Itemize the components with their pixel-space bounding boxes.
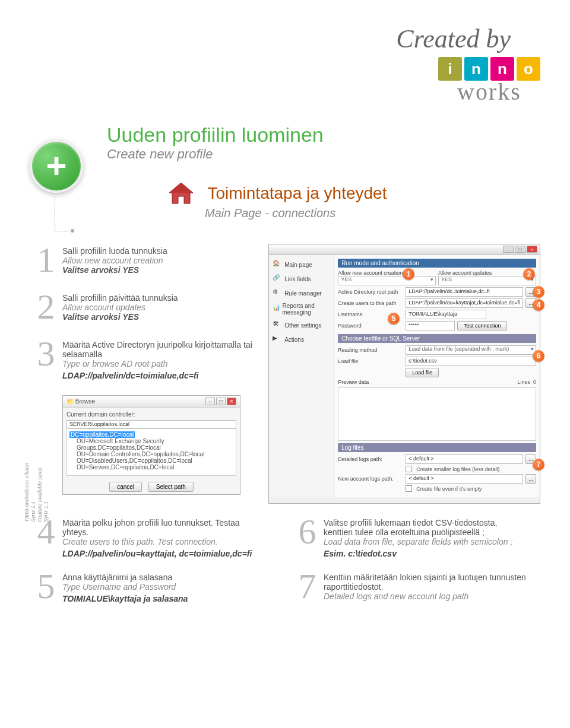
page-title: Uuden profiilin luominen	[107, 123, 540, 147]
load-file-button[interactable]: Load file	[406, 368, 439, 377]
nav-actions[interactable]: ▶Actions	[271, 332, 331, 346]
nav-rule-manager[interactable]: ⚙Rule manager	[271, 286, 331, 300]
step-1-fin: Salli profiilin luoda tunnuksia	[62, 246, 256, 256]
step-6-code: Esim. c:\tiedot.csv	[324, 549, 528, 558]
step-number: 2	[30, 291, 62, 323]
logo-tile-n2: n	[490, 57, 514, 81]
browse-tree[interactable]: DC=oppilaitos,DC=local OU=Microsoft Exch…	[66, 428, 236, 476]
nav-reports[interactable]: 📊Reports and messaging	[271, 300, 331, 318]
section-run-mode: Run mode and authentication	[338, 259, 536, 268]
step-5-eng: Type Username and Password	[62, 582, 267, 592]
step-3-eng: Type or browse AD root path	[62, 359, 256, 368]
browse-title: 📁 Browse	[66, 398, 95, 405]
close-icon[interactable]: ×	[527, 246, 537, 253]
created-by-label: Created by	[30, 24, 511, 54]
allow-creation-dropdown[interactable]: YES	[338, 276, 436, 285]
browse-label: Current domain controller:	[66, 411, 236, 418]
step-5-code: TOIMIALUE\kayttaja ja salasana	[62, 594, 267, 603]
select-path-button[interactable]: Select path	[148, 482, 194, 492]
step-number: 7	[291, 570, 324, 603]
detailed-logs-label: Detailed logs path:	[338, 456, 403, 462]
test-connection-button[interactable]: Test connection	[457, 321, 508, 330]
ad-root-input[interactable]: LDAP://palvelin/dc=toimialue,dc=fi	[406, 287, 523, 297]
app-screenshot: – □ × 🏠Main page 🔗Link fields ⚙Rule mana…	[268, 244, 540, 504]
side-note: Tämä ominaisuus alkaen Synx 1.1 Feature …	[24, 457, 49, 522]
badge-4: 4	[533, 299, 544, 311]
detailed-logs-input[interactable]: < default >	[406, 454, 523, 464]
badge-7: 7	[533, 459, 544, 471]
create-users-label: Create users to this path	[338, 300, 403, 306]
step-5-fin: Anna käyttäjänimi ja salasana	[62, 573, 267, 582]
section-subtitle: Main Page - connections	[205, 206, 540, 220]
reading-method-label: Reading method	[338, 347, 403, 353]
create-even-checkbox[interactable]	[406, 485, 412, 492]
reading-method-dropdown[interactable]: Load data from file (separated with ; ma…	[406, 345, 536, 355]
create-smaller-label: Create smaller log files (less detail)	[416, 466, 499, 472]
plus-icon	[30, 139, 83, 193]
step-3-fin: Määritä Active Directoryn juuripolku kir…	[62, 340, 256, 359]
create-smaller-checkbox[interactable]	[406, 466, 412, 472]
password-input[interactable]: *****	[406, 321, 455, 330]
logo-tile-o: o	[517, 57, 540, 81]
maximize-icon[interactable]: □	[515, 246, 525, 253]
step-4-fin: Määritä polku johon profiili luo tunnuks…	[62, 518, 267, 537]
preview-area	[338, 387, 536, 441]
nav-other-settings[interactable]: 🛠Other settings	[271, 318, 331, 332]
step-number: 1	[30, 244, 62, 276]
browse-button[interactable]: ...	[525, 474, 536, 484]
step-2-val: Valitse arvoksi YES	[62, 312, 256, 322]
nav-main-page[interactable]: 🏠Main page	[271, 257, 331, 272]
step-2-eng: Allow account updates	[62, 303, 256, 312]
nav-link-fields[interactable]: 🔗Link fields	[271, 272, 331, 286]
section-log-files: Log files	[338, 443, 536, 452]
allow-creation-label: Allow new account creation	[338, 270, 436, 276]
step-6-eng: Load data from file, separate fields wit…	[324, 537, 528, 546]
create-even-label: Create file even if it's empty	[416, 486, 482, 492]
cancel-button[interactable]: cancel	[109, 482, 142, 492]
badge-2: 2	[523, 268, 535, 280]
logo-tile-i: i	[438, 57, 462, 81]
step-1-eng: Allow new account creation	[62, 256, 256, 265]
lines-value: 0	[533, 379, 536, 385]
badge-1: 1	[403, 268, 414, 280]
step-number: 5	[30, 570, 62, 603]
close-icon[interactable]: ×	[227, 398, 236, 405]
tree-item[interactable]: OU=Servers,DC=oppilaitos,DC=local	[69, 464, 233, 471]
create-users-input[interactable]: LDAP://palvelin/ou=kayttajat,dc=toimialu…	[406, 298, 523, 308]
badge-5: 5	[388, 313, 400, 325]
step-number: 6	[291, 516, 324, 558]
tree-selected[interactable]: DC=oppilaitos,DC=local	[69, 431, 135, 438]
tree-item[interactable]: OU=Domain Controllers,DC=oppilaitos,DC=l…	[69, 451, 233, 457]
load-file-label: Load file	[338, 358, 403, 364]
newacc-logs-input[interactable]: < default >	[406, 474, 523, 484]
sidebar: 🏠Main page 🔗Link fields ⚙Rule manager 📊R…	[269, 255, 334, 497]
home-icon	[166, 180, 196, 206]
browse-dialog: 📁 Browse – □ × Current domain controller…	[62, 395, 240, 495]
logo-word: works	[438, 78, 540, 106]
browse-server-input[interactable]: SERVERI.oppilaitos.local	[66, 420, 236, 428]
ad-root-label: Active Directory root path	[338, 289, 403, 295]
maximize-icon[interactable]: □	[216, 398, 226, 405]
logo: i n n o works	[438, 57, 540, 106]
step-7-eng: Detailed logs and new account log path	[324, 592, 528, 601]
section-textfile-sql: Choose textfile or SQL Server	[338, 334, 536, 343]
step-6-fin: Valitse profiili lukemaan tiedot CSV-tie…	[324, 518, 528, 537]
step-4-eng: Create users to this path. Test connecti…	[62, 537, 267, 546]
tree-item[interactable]: OU=Microsoft Exchange Security Groups,DC…	[69, 438, 233, 451]
step-3-code: LDAP://palvelin/dc=toimialue,dc=fi	[62, 371, 256, 380]
username-input[interactable]: TOIMIALUE\kayttaja	[406, 310, 486, 319]
allow-updates-dropdown[interactable]: YES	[438, 276, 536, 285]
badge-3: 3	[533, 286, 544, 298]
logo-tile-n1: n	[464, 57, 488, 81]
minimize-icon[interactable]: –	[205, 398, 215, 405]
tree-item[interactable]: OU=DisabledUsers,DC=oppilaitos,DC=local	[69, 457, 233, 464]
badge-6: 6	[533, 350, 544, 362]
titlebar: – □ ×	[269, 244, 540, 255]
minimize-icon[interactable]: –	[503, 246, 514, 253]
step-number: 3	[30, 338, 62, 380]
section-title: Toimintatapa ja yhteydet	[207, 184, 387, 203]
load-file-input[interactable]: c:\tiedot.csv	[406, 357, 536, 366]
step-1-val: Valitse arvoksi YES	[62, 265, 256, 275]
lines-label: Lines	[517, 379, 530, 385]
step-2-fin: Salli profiilin päivittää tunnuksia	[62, 293, 256, 303]
